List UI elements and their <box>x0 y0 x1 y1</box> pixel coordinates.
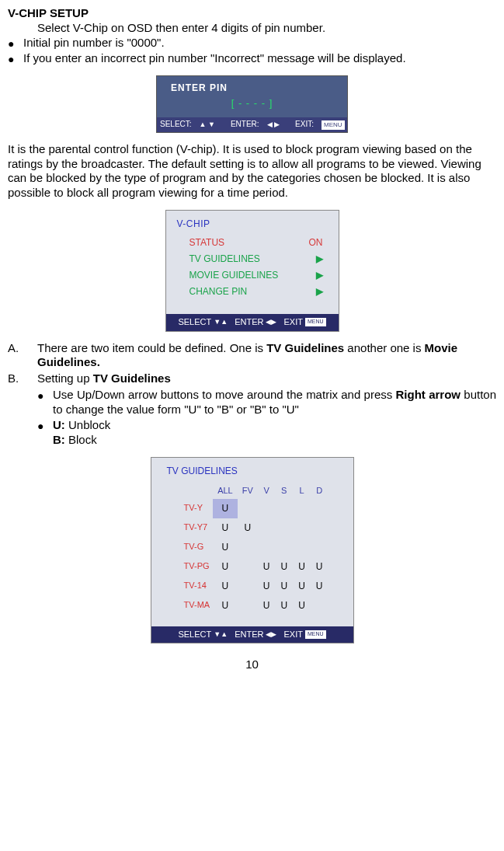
text-bold: TV Guidelines <box>93 371 171 385</box>
cell: U <box>258 577 276 596</box>
exit-label: EXIT: <box>295 120 314 130</box>
intro-line: Select V-Chip on OSD then enter 4 digits… <box>37 21 496 36</box>
text-run: Block <box>65 433 97 446</box>
cell: U <box>275 577 293 596</box>
enter-pin-footer: SELECT:▲ ▼ ENTER:◀ ▶ EXIT:MENU <box>157 117 347 132</box>
col-header: L <box>293 483 311 499</box>
bullet-dot-icon: ● <box>8 37 14 51</box>
bullet-item: ●Initial pin number is "0000". <box>8 36 496 51</box>
cell <box>311 538 328 557</box>
bullet-item: ●If you enter an incorrect pin number "I… <box>8 51 496 66</box>
menu-row-value: ON <box>309 237 323 249</box>
figure-tv-guidelines: TV GUIDELINES ALL FV V S L D TV-Y U TV-Y… <box>151 457 354 644</box>
cell <box>258 538 276 557</box>
cell <box>238 538 258 557</box>
cell: U <box>213 557 238 577</box>
cell <box>238 596 258 616</box>
tv-guidelines-table: ALL FV V S L D TV-Y U TV-Y7 U U TV-G <box>176 483 328 616</box>
enter-label: ENTER: <box>231 120 259 130</box>
bullet-item: ● Use Up/Down arrow buttons to move arou… <box>37 388 496 417</box>
exit-label: EXIT <box>283 630 302 640</box>
cell <box>293 518 311 538</box>
down-up-icon: ▼▲ <box>214 630 228 639</box>
bullet-dot-icon: ● <box>37 389 43 403</box>
cell: U <box>213 499 238 518</box>
bullet-text: Initial pin number is "0000". <box>23 36 165 49</box>
table-row: TV-G U <box>176 538 328 557</box>
menu-box: MENU <box>305 630 326 639</box>
row-label: TV-PG <box>176 557 214 577</box>
tv-guidelines-title: TV GUIDELINES <box>151 458 353 483</box>
vchip-menu-footer: SELECT▼▲ ENTER◀▶ EXITMENU <box>166 314 339 331</box>
cell: U <box>213 577 238 596</box>
bullet-item: ● U: Unblock B: Block <box>37 418 496 448</box>
cell: U <box>213 518 238 538</box>
list-item: A. There are two item could be defined. … <box>8 341 496 371</box>
table-header-row: ALL FV V S L D <box>176 483 328 499</box>
text-run: Setting up <box>37 371 93 385</box>
bullet-text: If you enter an incorrect pin number "In… <box>23 51 406 65</box>
exit-label: EXIT <box>283 317 302 328</box>
menu-row: STATUSON <box>189 235 323 251</box>
cell: U <box>311 577 328 596</box>
menu-row-label: TV GUIDELINES <box>189 253 260 265</box>
menu-row-label: CHANGE PIN <box>189 286 248 298</box>
list-marker: B. <box>8 371 19 386</box>
cell: U <box>238 518 258 538</box>
menu-box: MENU <box>305 318 326 326</box>
text-bold: B: <box>53 433 65 446</box>
page-number: 10 <box>8 657 496 672</box>
cell <box>238 577 258 596</box>
table-row: TV-14 U U U U U <box>176 577 328 596</box>
col-header: D <box>311 483 328 499</box>
row-label: TV-Y <box>176 499 214 518</box>
menu-row: MOVIE GUIDELINES▶ <box>189 267 323 284</box>
bullet-dot-icon: ● <box>8 53 14 67</box>
col-header: FV <box>238 483 258 499</box>
cell: U <box>311 557 328 577</box>
intro-bullets: ●Initial pin number is "0000". ●If you e… <box>8 36 496 67</box>
left-right-icon: ◀▶ <box>266 318 276 326</box>
cell: U <box>293 557 311 577</box>
cell <box>311 518 328 538</box>
cell: U <box>275 557 293 577</box>
figure-enter-pin: ENTER PIN [ - - - - ] SELECT:▲ ▼ ENTER:◀… <box>156 75 348 133</box>
enter-label: ENTER <box>235 630 263 640</box>
cell <box>311 596 328 616</box>
cell: U <box>275 596 293 616</box>
table-row: TV-Y7 U U <box>176 518 328 538</box>
cell <box>258 518 276 538</box>
vchip-menu-rows: STATUSON TV GUIDELINES▶ MOVIE GUIDELINES… <box>166 233 339 314</box>
row-label: TV-14 <box>176 577 214 596</box>
row-label: TV-Y7 <box>176 518 214 538</box>
text-bold: Right arrow <box>396 388 461 401</box>
list-marker: A. <box>8 341 19 356</box>
cell: U <box>258 596 276 616</box>
cell: U <box>213 538 238 557</box>
cell: U <box>293 577 311 596</box>
bullet-dot-icon: ● <box>37 420 43 434</box>
cell <box>275 538 293 557</box>
cell <box>311 499 328 518</box>
right-arrow-icon: ▶ <box>316 286 323 298</box>
left-right-icon: ◀▶ <box>266 630 276 639</box>
vchip-menu-title: V-CHIP <box>166 211 339 233</box>
cell <box>238 557 258 577</box>
menu-row: TV GUIDELINES▶ <box>189 251 323 267</box>
row-label: TV-G <box>176 538 214 557</box>
table-row: TV-MA U U U U <box>176 596 328 616</box>
left-right-icon: ◀ ▶ <box>267 120 280 129</box>
sub-bullets: ● Use Up/Down arrow buttons to move arou… <box>37 388 496 448</box>
table-row: TV-PG U U U U U <box>176 557 328 577</box>
figure-vchip-menu: V-CHIP STATUSON TV GUIDELINES▶ MOVIE GUI… <box>165 210 339 332</box>
menu-row-label: STATUS <box>189 237 225 249</box>
cell <box>275 518 293 538</box>
cell: U <box>258 557 276 577</box>
cell <box>275 499 293 518</box>
cell <box>293 538 311 557</box>
enter-pin-title: ENTER PIN <box>157 76 347 94</box>
text-run: There are two item could be defined. One… <box>37 341 266 354</box>
table-row: TV-Y U <box>176 499 328 518</box>
menu-row-label: MOVIE GUIDELINES <box>189 270 279 281</box>
col-header: S <box>275 483 293 499</box>
